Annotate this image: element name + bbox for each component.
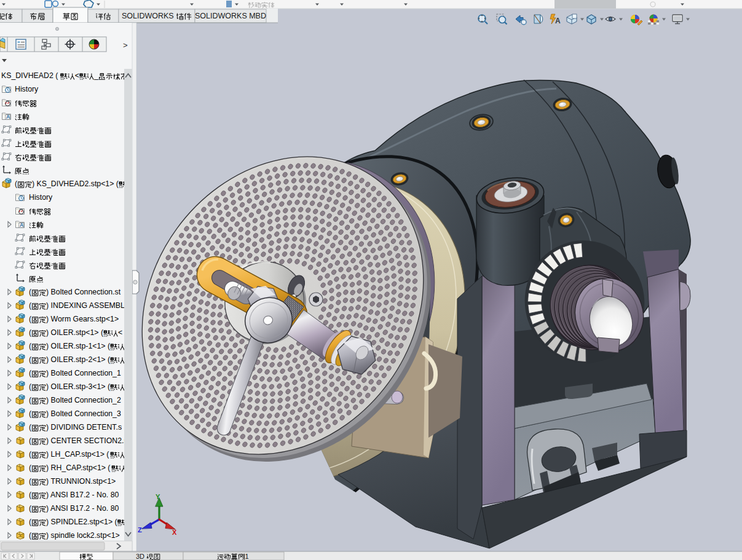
svg-text:>: > [123, 41, 128, 50]
svg-text:) ANSI B17.2 - No. 80: ) ANSI B17.2 - No. 80 [46, 491, 119, 499]
svg-text:A: A [20, 222, 23, 228]
svg-text:X: X [172, 529, 177, 536]
svg-text:KS_DIVHEAD2 (: KS_DIVHEAD2 ( [1, 71, 58, 80]
svg-text:<: < [75, 71, 79, 80]
svg-text:) Worm Gears.stp<1>: ) Worm Gears.stp<1> [46, 315, 119, 323]
svg-text:_: _ [93, 71, 98, 80]
svg-text:<: < [118, 328, 122, 337]
svg-text:A: A [6, 114, 10, 120]
svg-text:) OILER.stp-1<1> (: ) OILER.stp-1<1> ( [46, 342, 111, 350]
svg-text:) Bolted Connection_3: ) Bolted Connection_3 [46, 409, 121, 418]
svg-text:) KS_DIVHEAD2.stp<1> (: ) KS_DIVHEAD2.stp<1> ( [32, 179, 119, 188]
svg-text:) TRUNNION.stp<1>: ) TRUNNION.stp<1> [46, 477, 116, 486]
svg-text:History: History [29, 193, 53, 202]
svg-text:) OILER.stp-2<1> (: ) OILER.stp-2<1> ( [46, 355, 111, 364]
svg-text:) SPINDLE2.stp<1> (: ) SPINDLE2.stp<1> ( [46, 518, 117, 526]
svg-text:) ANSI B17.2 - No. 80: ) ANSI B17.2 - No. 80 [46, 504, 119, 513]
svg-text:) Bolted Connection_2: ) Bolted Connection_2 [46, 396, 121, 404]
svg-text:1: 1 [245, 553, 248, 560]
svg-text:History: History [15, 85, 39, 93]
svg-text:) OILER.stp-3<1> (: ) OILER.stp-3<1> ( [46, 382, 111, 391]
svg-text:) Bolted Connection.st: ) Bolted Connection.st [46, 288, 121, 296]
svg-text:) CENTER SECTION2.s: ) CENTER SECTION2.s [46, 436, 128, 445]
svg-text:) LH_CAP.stp<1> (: ) LH_CAP.stp<1> ( [46, 450, 109, 459]
svg-text:) RH_CAP.stp<1> (: ) RH_CAP.stp<1> ( [46, 463, 111, 472]
svg-text:SOLIDWORKS MBD: SOLIDWORKS MBD [195, 12, 266, 20]
svg-text:Z: Z [138, 526, 142, 534]
svg-text:) OILER.stp<1> (: ) OILER.stp<1> ( [46, 328, 104, 337]
svg-text:) Bolted Connection_1: ) Bolted Connection_1 [46, 369, 121, 377]
svg-text:Y: Y [156, 493, 160, 500]
svg-text:) DIVIDING DETENT.s: ) DIVIDING DETENT.s [46, 423, 122, 432]
svg-text:3D: 3D [136, 553, 144, 560]
svg-text:SOLIDWORKS: SOLIDWORKS [122, 12, 174, 20]
svg-text:) spindle lock2.stp<1>: ) spindle lock2.stp<1> [46, 531, 120, 540]
svg-text:A: A [555, 17, 561, 25]
svg-text:) INDEXING ASSEMBL: ) INDEXING ASSEMBL [46, 301, 125, 310]
